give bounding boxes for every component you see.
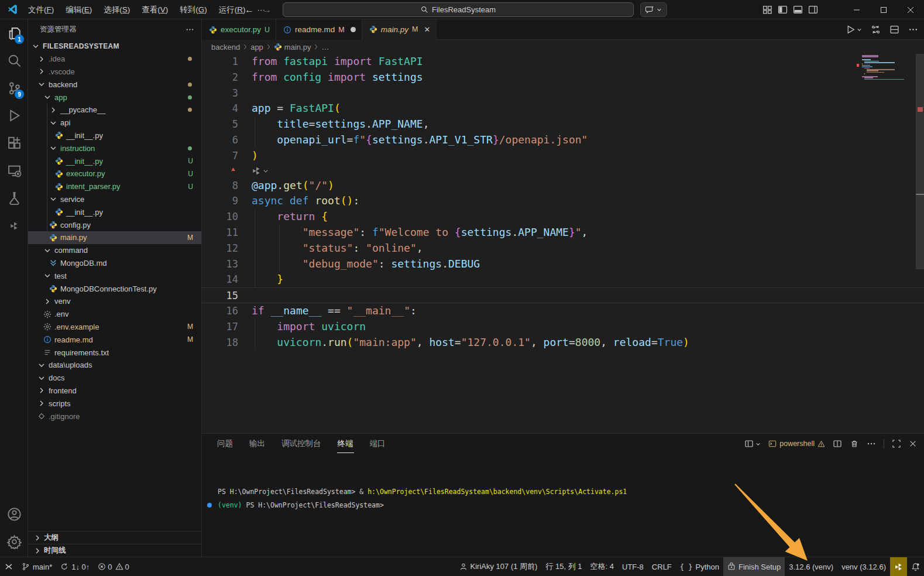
toggle-primary-sidebar-icon[interactable] bbox=[778, 5, 788, 15]
activitybar-explorer[interactable]: 1 bbox=[0, 19, 28, 47]
gutter-run-marker-icon[interactable] bbox=[231, 167, 238, 174]
terminal-instance-powershell[interactable]: powershell bbox=[768, 440, 825, 448]
panel-tab-输出[interactable]: 输出 bbox=[249, 435, 266, 452]
code-line-17[interactable]: 17 import uvicorn bbox=[202, 319, 924, 335]
breadcrumb-item-app[interactable]: app bbox=[250, 43, 263, 52]
breadcrumb-item-[interactable]: … bbox=[321, 43, 329, 52]
statusbar-finish-setup[interactable]: Finish Setup bbox=[723, 557, 785, 576]
tree-item-.gitignore[interactable]: .gitignore bbox=[28, 410, 201, 423]
explorer-more-actions-icon[interactable] bbox=[186, 25, 194, 34]
panel-more-actions-icon[interactable] bbox=[867, 439, 876, 448]
tree-item-mongodb.md[interactable]: MongoDB.md bbox=[28, 257, 201, 270]
tree-item-requirements.txt[interactable]: requirements.txt bbox=[28, 346, 201, 359]
split-terminal-icon[interactable] bbox=[833, 439, 842, 448]
tree-item-config.py[interactable]: config.py bbox=[28, 218, 201, 231]
code-line-14[interactable]: 14 } bbox=[202, 272, 924, 287]
code-line-7[interactable]: 7) bbox=[202, 148, 924, 164]
menu-v[interactable]: 查看(V) bbox=[136, 2, 174, 18]
dirty-dot-icon[interactable] bbox=[351, 27, 356, 32]
tree-item-.idea[interactable]: .idea bbox=[28, 53, 201, 66]
menu-g[interactable]: 转到(G) bbox=[174, 2, 213, 18]
statusbar-notifications[interactable] bbox=[907, 557, 924, 576]
tree-item-service[interactable]: service bbox=[28, 193, 201, 206]
history-forward-icon[interactable]: → bbox=[262, 5, 272, 15]
copilot-chat-button[interactable] bbox=[640, 2, 667, 17]
menu-s[interactable]: 选择(S) bbox=[98, 2, 136, 18]
customize-layout-icon[interactable] bbox=[762, 5, 772, 15]
code-line-6[interactable]: 6 openapi_url=f"{settings.API_V1_STR}/op… bbox=[202, 132, 924, 148]
tree-item-filesreadsysteam[interactable]: FILESREADSYSTEAM bbox=[28, 40, 201, 53]
open-changes-icon[interactable] bbox=[871, 25, 881, 35]
statusbar-encoding[interactable]: UTF-8 bbox=[618, 557, 648, 576]
kill-terminal-icon[interactable] bbox=[850, 439, 859, 448]
minimize-button[interactable] bbox=[843, 0, 870, 19]
statusbar-problems[interactable]: 00 bbox=[94, 557, 133, 576]
activitybar-search[interactable] bbox=[0, 47, 28, 74]
statusbar-git-blame[interactable]: KiriAky 107 (1 周前) bbox=[455, 557, 542, 576]
maximize-button[interactable] bbox=[870, 0, 897, 19]
code-line-5[interactable]: 5 title=settings.APP_NAME, bbox=[202, 116, 924, 132]
code-line-13[interactable]: 13 "debug_mode": settings.DEBUG bbox=[202, 256, 924, 272]
tree-item-__pycache__[interactable]: __pycache__ bbox=[28, 104, 201, 116]
tree-item-mongodbconnectiontest.py[interactable]: MongoDBConnectionTest.py bbox=[28, 282, 201, 295]
code-line-1[interactable]: 1from fastapi import FastAPI bbox=[202, 54, 924, 70]
code-line-3[interactable]: 3 bbox=[202, 85, 924, 101]
activitybar-testing[interactable] bbox=[0, 184, 28, 212]
split-editor-icon[interactable] bbox=[889, 25, 899, 35]
maximize-panel-icon[interactable] bbox=[892, 439, 901, 448]
close-panel-icon[interactable] bbox=[909, 440, 917, 448]
code-line-4[interactable]: 4app = FastAPI( bbox=[202, 101, 924, 116]
statusbar-python-version[interactable]: 3.12.6 (venv) bbox=[785, 557, 837, 576]
code-line-10[interactable]: 10 return { bbox=[202, 209, 924, 225]
code-line-18[interactable]: 18 uvicorn.run("main:app", host="127.0.0… bbox=[202, 335, 924, 351]
tree-item-main.py[interactable]: main.pyM bbox=[28, 231, 201, 244]
tree-item-__init__.py[interactable]: __init__.py bbox=[28, 129, 201, 142]
activitybar-settings[interactable] bbox=[0, 528, 28, 556]
statusbar-venv-indicator[interactable]: venv (3.12.6) bbox=[837, 557, 890, 576]
activitybar-extensions[interactable] bbox=[0, 129, 28, 157]
close-window-button[interactable] bbox=[897, 0, 924, 19]
activitybar-source-control[interactable]: 9 bbox=[0, 74, 28, 102]
code-line-16[interactable]: 16if __name__ == "__main__": bbox=[202, 303, 924, 319]
more-actions-icon[interactable] bbox=[908, 25, 918, 35]
tree-item-app[interactable]: app bbox=[28, 91, 201, 104]
tree-item-test[interactable]: test bbox=[28, 269, 201, 282]
tab-executor-py[interactable]: executor.pyU bbox=[202, 19, 276, 40]
activitybar-remote-explorer[interactable] bbox=[0, 157, 28, 184]
close-tab-icon[interactable]: ✕ bbox=[424, 25, 430, 34]
tree-item-readme.md[interactable]: readme.mdM bbox=[28, 333, 201, 346]
code-line-9[interactable]: 9async def root(): bbox=[202, 193, 924, 209]
code-line-15[interactable]: 15 bbox=[202, 287, 924, 303]
code-line-12[interactable]: 12 "status": "online", bbox=[202, 241, 924, 256]
inline-ai-codelens[interactable] bbox=[202, 164, 924, 178]
tab-readme-md[interactable]: readme.mdM bbox=[276, 19, 362, 40]
sidebar-section-时间线[interactable]: 时间线 bbox=[28, 544, 201, 557]
breadcrumb-item-mainpy[interactable]: main.py bbox=[274, 43, 311, 52]
tree-item-__init__.py[interactable]: __init__.pyU bbox=[28, 155, 201, 167]
code-line-8[interactable]: 8@app.get("/") bbox=[202, 178, 924, 194]
statusbar-language-mode[interactable]: { }Python bbox=[676, 557, 723, 576]
activitybar-ai-pinwheel[interactable] bbox=[0, 212, 28, 239]
tree-item-instruction[interactable]: instruction bbox=[28, 142, 201, 155]
tree-item-scripts[interactable]: scripts bbox=[28, 397, 201, 410]
breadcrumb-item-backend[interactable]: backend bbox=[211, 43, 240, 52]
statusbar-remote[interactable] bbox=[0, 557, 18, 576]
statusbar-git-branch[interactable]: main* bbox=[18, 557, 56, 576]
terminal-new-dropdown[interactable] bbox=[744, 439, 761, 448]
history-back-icon[interactable]: ← bbox=[245, 5, 254, 15]
activitybar-run-debug[interactable] bbox=[0, 102, 28, 129]
editor-scrollbar[interactable] bbox=[916, 54, 924, 269]
tree-item-backend[interactable]: backend bbox=[28, 78, 201, 91]
tab-main-py[interactable]: main.pyM✕ bbox=[362, 19, 437, 40]
statusbar-ai-pinwheel[interactable] bbox=[890, 557, 907, 576]
menu-f[interactable]: 文件(F) bbox=[22, 2, 60, 18]
sidebar-section-大纲[interactable]: 大纲 bbox=[28, 531, 201, 544]
tree-item-api[interactable]: api bbox=[28, 116, 201, 129]
statusbar-git-sync[interactable]: 1↓ 0↑ bbox=[56, 557, 94, 576]
tree-item-docs[interactable]: docs bbox=[28, 372, 201, 385]
statusbar-indentation[interactable]: 空格: 4 bbox=[586, 557, 618, 576]
tree-item-.env[interactable]: .env bbox=[28, 308, 201, 321]
tree-item-venv[interactable]: venv bbox=[28, 295, 201, 308]
code-editor[interactable]: 1from fastapi import FastAPI2from config… bbox=[202, 54, 924, 433]
tree-item-intent_parser.py[interactable]: intent_parser.pyU bbox=[28, 180, 201, 193]
